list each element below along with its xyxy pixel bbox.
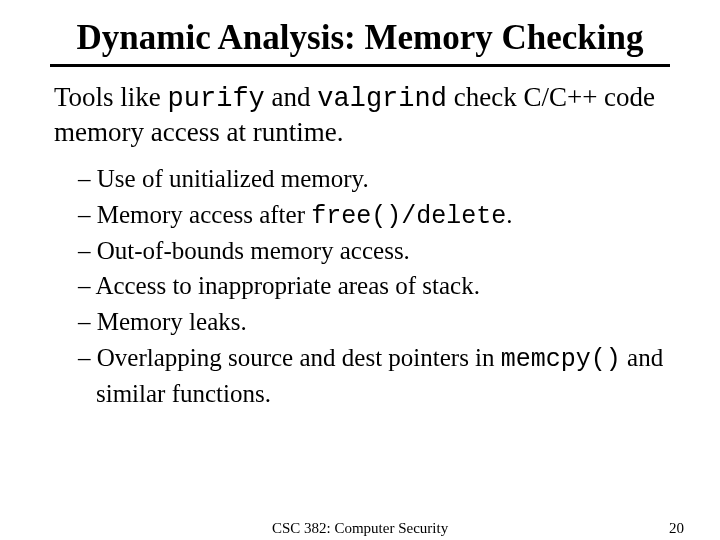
- bullet-text: Memory access after: [97, 201, 311, 228]
- tool-name-1: purify: [168, 84, 265, 114]
- bullet-text: Out-of-bounds memory access.: [97, 237, 410, 264]
- title-underline: [50, 64, 670, 67]
- bullet-text-after: .: [506, 201, 512, 228]
- list-item: Overlapping source and dest pointers in …: [78, 341, 670, 411]
- lead-text-mid1: and: [265, 82, 317, 112]
- list-item: Memory leaks.: [78, 305, 670, 341]
- lead-text-pre: Tools like: [54, 82, 168, 112]
- footer-page-number: 20: [669, 520, 684, 537]
- bullet-text: Overlapping source and dest pointers in: [97, 344, 501, 371]
- bullet-text: Access to inappropriate areas of stack.: [95, 272, 480, 299]
- list-item: Access to inappropriate areas of stack.: [78, 269, 670, 305]
- lead-paragraph: Tools like purify and valgrind check C/C…: [54, 81, 670, 148]
- bullet-text: Use of unitialized memory.: [97, 165, 369, 192]
- bullet-list: Use of unitialized memory. Memory access…: [78, 162, 670, 410]
- bullet-text: Memory leaks.: [97, 308, 247, 335]
- list-item: Out-of-bounds memory access.: [78, 234, 670, 270]
- footer-course: CSC 382: Computer Security: [0, 520, 720, 537]
- list-item: Use of unitialized memory.: [78, 162, 670, 198]
- bullet-code: memcpy(): [501, 345, 621, 374]
- bullet-code: free()/delete: [311, 202, 506, 231]
- list-item: Memory access after free()/delete.: [78, 198, 670, 234]
- slide-title: Dynamic Analysis: Memory Checking: [50, 18, 670, 58]
- tool-name-2: valgrind: [317, 84, 447, 114]
